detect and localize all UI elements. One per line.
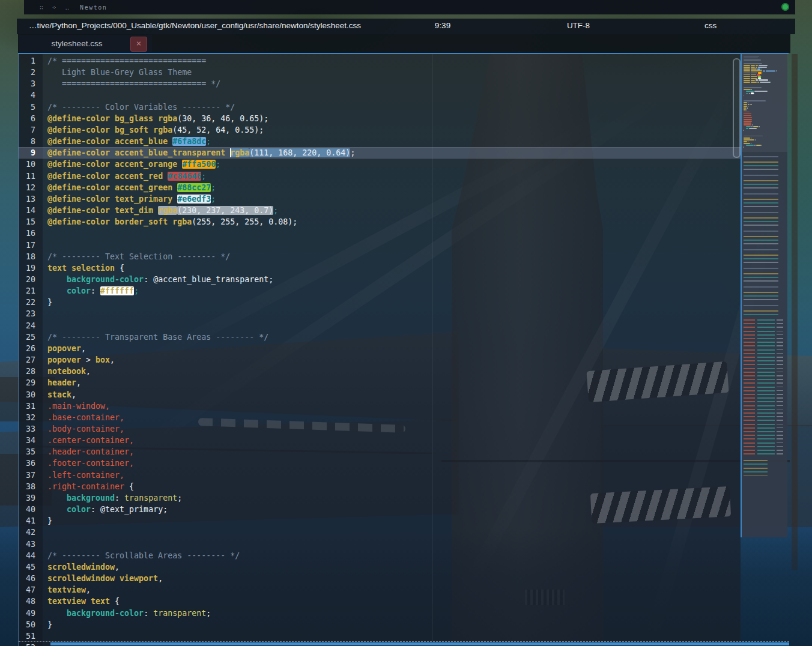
line-number: 33 [19, 423, 35, 435]
tab-close-button[interactable]: × [130, 37, 147, 52]
line-text: color: @text_primary; [47, 504, 168, 515]
line-number: 27 [19, 354, 35, 366]
code-line[interactable]: 28notebook, [19, 366, 741, 377]
code-line[interactable]: 48textview text { [19, 596, 741, 607]
line-number: 15 [19, 216, 35, 228]
minimap-token [746, 145, 754, 146]
code-line[interactable]: 4 [19, 89, 741, 101]
code-line[interactable]: 5/* -------- Color Variables -------- */ [19, 101, 741, 113]
code-line[interactable]: 20 background-color: @accent_blue_transp… [19, 274, 741, 285]
vertical-scrollbar-thumb[interactable] [733, 58, 741, 158]
code-line[interactable]: 40 color: @text_primary; [19, 504, 741, 515]
minimap-token [757, 82, 759, 83]
code-line[interactable]: 11@define-color accent_red #c84646; [19, 171, 741, 182]
code-line[interactable]: 7@define-color bg_soft rgba(45, 52, 64, … [19, 124, 741, 136]
minimap-token [744, 65, 750, 66]
code-line[interactable]: 14@define-color text_dim rgba(230, 237, … [19, 205, 741, 216]
line-number: 37 [19, 469, 35, 481]
code-line[interactable]: 42 [19, 527, 741, 538]
line-text: textview text { [47, 596, 120, 607]
minimap-token [744, 124, 751, 125]
code-line[interactable]: 16 [19, 228, 741, 239]
encoding-label: UTF-8 [567, 21, 590, 30]
code-line[interactable]: 6@define-color bg_glass rgba(30, 36, 46,… [19, 113, 741, 124]
window-button[interactable] [781, 3, 789, 11]
minimap-token [746, 128, 748, 129]
code-editor-textarea[interactable]: 1/* ==============================2 Ligh… [19, 54, 741, 646]
code-line[interactable]: 39 background: transparent; [19, 492, 741, 504]
minimap-token [744, 67, 750, 68]
code-line[interactable]: 24 [19, 320, 741, 331]
code-line[interactable]: 45scrolledwindow, [19, 561, 741, 573]
code-line[interactable]: 27popover > box, [19, 354, 741, 366]
code-line[interactable]: 1/* ============================== [19, 55, 741, 67]
code-line[interactable]: 12@define-color accent_green #88cc27; [19, 182, 741, 193]
minimap-token [744, 109, 746, 110]
line-number: 43 [19, 539, 35, 550]
code-line[interactable]: 29header, [19, 377, 741, 388]
minimap-overflow-texture [777, 319, 783, 456]
code-line[interactable]: 25/* -------- Transparent Base Areas ---… [19, 331, 741, 343]
code-line[interactable]: 26popover, [19, 343, 741, 354]
line-number: 39 [19, 492, 35, 504]
code-line[interactable]: 22} [19, 297, 741, 308]
line-number: 29 [19, 377, 35, 388]
minimap-token [744, 73, 750, 74]
minimap-token [744, 68, 750, 70]
minimap-token [751, 78, 757, 79]
workspace-dots-icon: ∷ ⁘ ‥ [40, 4, 70, 11]
code-line[interactable]: 23 [19, 308, 741, 319]
minimap-token [760, 82, 771, 83]
code-line[interactable]: 43 [19, 539, 741, 550]
code-line[interactable]: 21 color: #ffffff; [19, 285, 741, 297]
code-line[interactable]: 50} [19, 619, 741, 630]
code-line[interactable]: 41} [19, 515, 741, 527]
line-number: 4 [19, 89, 35, 101]
code-line[interactable]: 30stack, [19, 389, 741, 400]
line-number: 22 [19, 297, 35, 308]
code-line[interactable]: 33.body-container, [19, 423, 741, 435]
minimap-token [763, 70, 765, 72]
line-text: .base-container, [47, 412, 124, 423]
line-text: popover > box, [47, 354, 115, 366]
line-number: 9 [19, 147, 35, 158]
line-text: stack, [47, 389, 76, 400]
code-line[interactable]: 49 background-color: transparent; [19, 608, 741, 619]
editor-bottom-dashed-line [19, 641, 789, 642]
code-line[interactable]: 9@define-color accent_blue_transparent r… [19, 147, 741, 158]
minimap-token [744, 63, 762, 64]
code-line[interactable]: 36.footer-container, [19, 457, 741, 469]
minimap-token [748, 102, 748, 103]
code-line[interactable]: 47textview, [19, 584, 741, 596]
code-line[interactable]: 18/* -------- Text Selection -------- */ [19, 251, 741, 262]
code-line[interactable]: 8@define-color accent_blue #6fa8dc; [19, 136, 741, 147]
tab-stylesheet[interactable]: stylesheet.css × [19, 35, 152, 52]
code-line[interactable]: 15@define-color border_soft rgba(255, 25… [19, 216, 741, 228]
minimap-token [744, 89, 751, 90]
code-line[interactable]: 37.left-container, [19, 469, 741, 481]
code-line[interactable]: 2 Light Blue-Grey Glass Theme [19, 67, 741, 78]
minimap-token [751, 70, 762, 71]
code-line[interactable]: 38.right-container { [19, 481, 741, 492]
line-number: 24 [19, 320, 35, 331]
code-line[interactable]: 3 ============================== */ [19, 78, 741, 89]
code-line[interactable]: 19text selection { [19, 262, 741, 274]
code-line[interactable]: 10@define-color accent_orange #ffa500; [19, 158, 741, 170]
code-line[interactable]: 46scrolledwindow viewport, [19, 573, 741, 584]
minimap[interactable] [741, 54, 787, 537]
minimap-token [751, 92, 754, 94]
minimap-token [747, 107, 748, 109]
code-line[interactable]: 31.main-window, [19, 400, 741, 412]
code-line[interactable]: 32.base-container, [19, 412, 741, 423]
line-text: .body-container, [47, 423, 124, 435]
code-line[interactable]: 34.center-container, [19, 435, 741, 446]
code-line[interactable]: 13@define-color text_primary #e6edf3; [19, 193, 741, 205]
code-line[interactable]: 51 [19, 630, 741, 642]
code-line[interactable]: 17 [19, 240, 741, 251]
minimap-overflow-texture [744, 319, 755, 456]
minimap-token [744, 146, 744, 148]
code-line[interactable]: 35.header-container, [19, 446, 741, 457]
line-text: ============================== */ [47, 78, 220, 89]
title-bar[interactable]: ∷ ⁘ ‥ Newton [24, 0, 795, 14]
code-line[interactable]: 44/* -------- Scrollable Areas -------- … [19, 550, 741, 561]
